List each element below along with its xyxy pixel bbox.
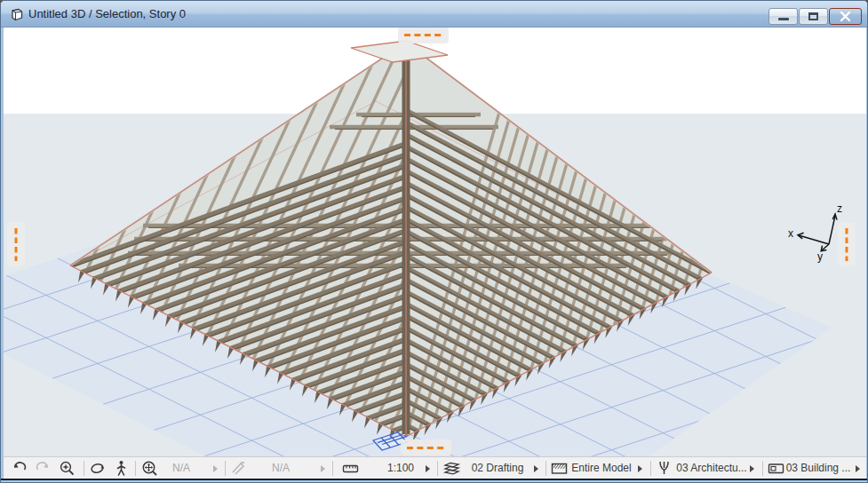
layer-menu-arrow-icon[interactable] [534,465,538,472]
separator [545,461,546,476]
maximize-glyph [808,12,818,20]
favorites-menu-arrow-icon[interactable] [856,465,860,472]
viewport-3d[interactable]: z x y [4,28,866,456]
history-back-icon[interactable] [10,459,28,478]
zoom-in-icon[interactable] [58,459,76,478]
pen-set-value[interactable]: 03 Architectu... [674,462,749,474]
minimize-button[interactable] [768,8,798,25]
close-icon [840,12,851,21]
marquee-value[interactable]: Entire Model [567,462,636,474]
zoom-menu-arrow-icon[interactable] [213,465,218,472]
pen-set-icon[interactable] [655,459,673,478]
3d-view-window-icon [10,7,25,22]
orientation-value[interactable]: N/A [254,462,307,474]
marquee-menu-arrow-icon[interactable] [638,465,642,472]
pen-set-menu-arrow-icon[interactable] [750,465,754,472]
close-button[interactable] [829,8,862,25]
scale-ruler-icon[interactable] [341,459,360,478]
layers-icon[interactable] [442,459,461,478]
favorites-value[interactable]: 03 Building ... [782,462,855,474]
separator [135,461,136,476]
orbit-icon[interactable] [88,459,107,478]
marquee-filter-icon[interactable] [550,459,569,478]
axis-y-label: y [817,250,823,263]
separator [437,461,438,476]
scroll-handle-bottom[interactable] [401,439,451,455]
separator [225,461,226,476]
scroll-handle-top[interactable] [398,28,449,44]
scale-value[interactable]: 1:100 [375,462,426,474]
title-bar[interactable]: Untitled 3D / Selection, Story 0 [1,1,868,28]
window-title: Untitled 3D / Selection, Story 0 [28,1,186,27]
maximize-button[interactable] [799,8,828,25]
explore-walk-icon[interactable] [112,459,131,478]
axis-x-label: x [788,227,793,240]
separator [650,461,651,476]
minimize-glyph [778,18,789,20]
separator [84,461,84,476]
orientation-icon[interactable] [229,459,248,478]
layer-value[interactable]: 02 Drafting [464,462,531,474]
history-forward-icon[interactable] [34,459,52,478]
quick-options-bar: N/A N/A 1:100 02 Drafting Entire Mode [4,456,866,479]
axis-z-label: z [837,202,842,215]
orientation-menu-arrow-icon[interactable] [321,465,325,472]
scroll-handle-right[interactable] [838,222,856,266]
scale-menu-arrow-icon[interactable] [426,465,430,472]
scene-3d: z x y [4,28,866,456]
scroll-handle-left[interactable] [7,222,25,266]
zoom-value[interactable]: N/A [155,462,208,474]
separator [762,461,763,476]
application-window: Untitled 3D / Selection, Story 0 [0,0,868,483]
separator [332,461,333,476]
